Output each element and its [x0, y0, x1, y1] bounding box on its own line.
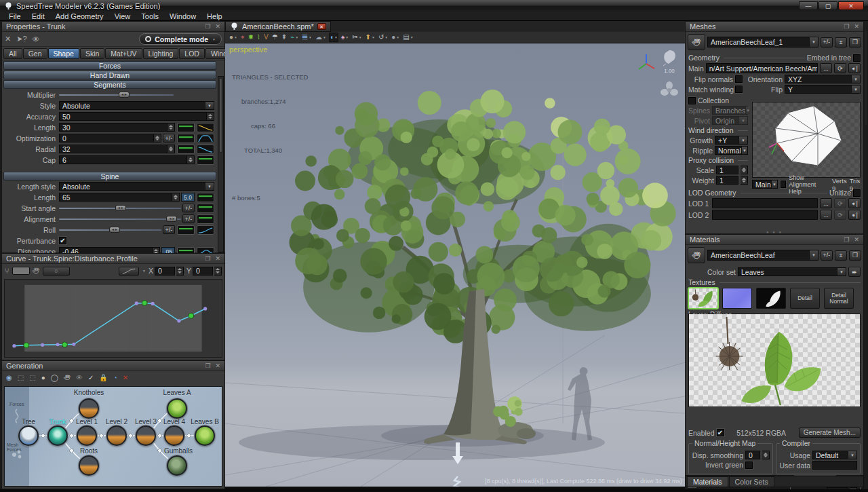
tab-lod[interactable]: LOD	[179, 48, 205, 59]
menu-tools[interactable]: Tools	[136, 12, 163, 20]
float-panel-icon[interactable]: ❐	[205, 255, 210, 262]
close-button[interactable]: ✕	[838, 1, 864, 10]
material-copy-button[interactable]: ❐	[849, 250, 861, 261]
import-icon[interactable]: ➧|	[848, 198, 861, 208]
main-mesh-path-field[interactable]: n/Art Support/American Beech/AmericanBee…	[706, 63, 818, 73]
accuracy-input[interactable]: 50	[59, 112, 207, 121]
rotate-view-icon[interactable]: ↺▼	[378, 33, 389, 42]
knife-icon[interactable]: 𝌆▼	[301, 33, 313, 42]
lasso-icon[interactable]: ◯	[50, 373, 59, 383]
cap-input[interactable]: 6	[59, 155, 187, 164]
light-gizmo[interactable]: 1.00	[659, 49, 679, 102]
flip-dropdown[interactable]: Y▼	[785, 85, 861, 94]
variance-chip[interactable]	[197, 193, 214, 202]
group-generators-icon[interactable]: ⬚	[17, 373, 24, 383]
ungroup-generators-icon[interactable]: ⬚	[28, 373, 36, 383]
roll-slider[interactable]: ◄►	[59, 225, 161, 234]
import-icon[interactable]: ➧|	[848, 210, 861, 220]
variance-chip[interactable]	[177, 145, 195, 154]
magnet-icon[interactable]: ◖▼	[329, 33, 338, 42]
alpha-texture-thumb[interactable]	[756, 288, 786, 309]
optimization-input[interactable]: 0	[59, 134, 154, 143]
perturbance-checkbox[interactable]: ✔	[59, 237, 66, 244]
eye-dropper-icon[interactable]: ☁▼	[315, 33, 327, 42]
length-input[interactable]: 30	[59, 123, 167, 132]
user-data-input[interactable]	[812, 461, 857, 470]
minimize-button[interactable]: —	[799, 1, 818, 10]
flip-normals-checkbox[interactable]	[735, 75, 743, 83]
mesh-add-button[interactable]: ±	[835, 37, 847, 48]
variance-chip[interactable]	[177, 225, 195, 235]
node-leaves-b[interactable]	[195, 425, 215, 446]
orientation-dropdown[interactable]: XYZ▼	[785, 75, 861, 83]
maximize-button[interactable]: ▢	[818, 1, 837, 10]
profile-curve-chip[interactable]	[197, 145, 214, 154]
profile-curve-chip[interactable]	[197, 134, 214, 143]
node-knotholes[interactable]	[79, 398, 99, 419]
properties-title-bar[interactable]: Properties - Trunk ❐✕	[2, 22, 224, 32]
generate-mesh-button[interactable]: Generate Mesh...	[799, 428, 861, 438]
node-level-3[interactable]	[136, 425, 156, 446]
start-angle-slider[interactable]: ◄►	[59, 204, 181, 212]
hand-icon[interactable]: 🖑	[33, 267, 40, 275]
node-level-1[interactable]	[77, 425, 97, 446]
ripple-dropdown[interactable]: Normal▼	[715, 146, 748, 155]
node-tree[interactable]	[18, 425, 39, 446]
gizmo-icon[interactable]: ⌖	[240, 33, 245, 42]
tab-skin[interactable]: Skin	[80, 48, 104, 59]
spine-length-spinner[interactable]	[172, 193, 180, 202]
title-bar[interactable]: SpeedTree Modeler v6.2.3 (Games Edition)…	[0, 0, 868, 12]
section-hand-drawn[interactable]: Hand Drawn	[3, 71, 216, 79]
mesh-plus-minus-button[interactable]: +/-	[821, 37, 833, 48]
color-set-dropdown[interactable]: Leaves▼	[738, 267, 846, 276]
disp-smoothing-input[interactable]: 0	[745, 451, 760, 459]
section-forces[interactable]: Forces	[3, 61, 216, 70]
document-tab[interactable]: AmericanBeech.spm* ✕	[225, 21, 331, 32]
normal-texture-thumb[interactable]	[722, 288, 752, 309]
material-selector-dropdown[interactable]: AmericanBeechLeaf▼	[707, 250, 818, 261]
import-icon[interactable]: ➧|	[848, 63, 861, 73]
menu-add-geometry[interactable]: Add Geometry	[51, 12, 108, 20]
match-winding-checkbox[interactable]	[735, 86, 743, 93]
detail-texture-thumb[interactable]: Detail	[790, 288, 820, 309]
growth-dropdown[interactable]: +Y▼	[715, 136, 748, 145]
sphere-icon[interactable]: ●	[41, 373, 46, 383]
mesh-selector-dropdown[interactable]: AmericanBeechLeaf_1▼	[707, 37, 818, 48]
node-level-2[interactable]	[106, 425, 127, 446]
curve-handle-point[interactable]	[56, 343, 59, 346]
hand-icon[interactable]: 🖑	[688, 247, 705, 263]
menu-window[interactable]: Window	[165, 12, 201, 20]
wind-fan-gizmo[interactable]	[659, 81, 679, 101]
node-roots[interactable]	[79, 455, 99, 476]
invert-green-checkbox[interactable]	[745, 461, 753, 469]
eye-icon[interactable]: 👁	[33, 35, 40, 43]
node-level-4[interactable]	[164, 425, 184, 446]
curve-mode-button[interactable]	[12, 267, 30, 275]
variance-chip[interactable]	[177, 123, 195, 132]
node-graph-canvas[interactable]: Forces Mesh Forces	[4, 386, 222, 487]
grass-brush-icon[interactable]: ⌇	[256, 33, 261, 42]
accuracy-spinner[interactable]	[207, 112, 214, 121]
render-sphere-icon[interactable]: ●▼	[391, 33, 400, 42]
disp-smoothing-spinner[interactable]	[762, 451, 770, 459]
browse-button[interactable]: ...	[820, 210, 832, 220]
variance-chip[interactable]	[197, 214, 214, 224]
reload-icon[interactable]: ⟳	[834, 63, 846, 73]
chevron-down-icon[interactable]: ▼	[142, 269, 146, 273]
y-input[interactable]: 0	[193, 267, 213, 276]
preview-view-dropdown[interactable]: Main▼	[752, 180, 778, 189]
show-generator-icon[interactable]: ◉	[5, 373, 13, 383]
close-panel-icon[interactable]: ✕	[215, 23, 220, 30]
variance-chip[interactable]	[197, 204, 214, 213]
proxy-scale-input[interactable]: 1	[716, 166, 738, 174]
node-leaves-a[interactable]	[167, 398, 187, 419]
menu-view[interactable]: View	[110, 12, 136, 20]
curve-title-bar[interactable]: Curve - Trunk.Spine:Disturbance.Profile …	[2, 254, 224, 264]
eye-icon[interactable]: 👁	[75, 373, 83, 383]
lod2-path-field[interactable]	[712, 210, 818, 220]
plus-minus-button[interactable]: +/-	[182, 204, 195, 212]
close-panel-icon[interactable]: ✕	[854, 23, 859, 30]
curve-handle-point[interactable]	[72, 343, 75, 346]
node-gumballs[interactable]	[167, 455, 187, 476]
curve-control-point[interactable]	[189, 313, 194, 318]
